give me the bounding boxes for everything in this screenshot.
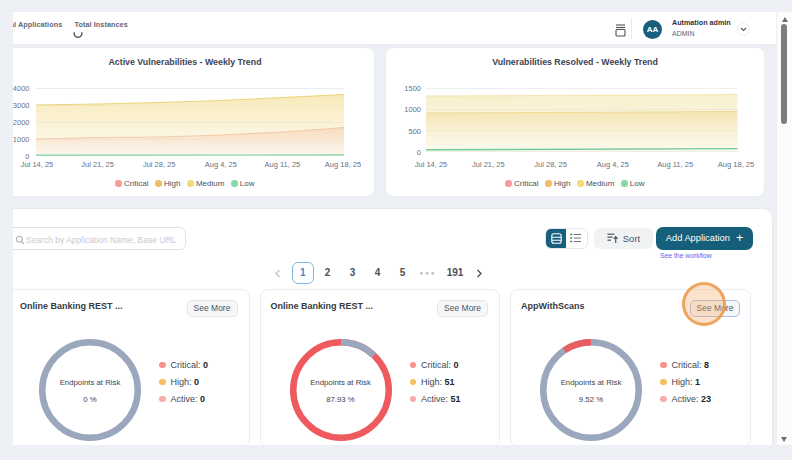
svg-text:Aug 11, 25: Aug 11, 25 <box>657 160 693 169</box>
svg-text:4000: 4000 <box>13 84 30 93</box>
svg-text:Aug 4, 25: Aug 4, 25 <box>205 160 237 169</box>
svg-text:Aug 18, 25: Aug 18, 25 <box>325 160 361 169</box>
svg-text:Jul 14, 25: Jul 14, 25 <box>21 160 54 169</box>
svg-text:Aug 4, 25: Aug 4, 25 <box>597 160 629 169</box>
svg-text:Jul 21, 25: Jul 21, 25 <box>81 160 114 169</box>
svg-text:2000: 2000 <box>13 118 30 127</box>
svg-text:Aug 11, 25: Aug 11, 25 <box>265 160 301 169</box>
svg-text:3000: 3000 <box>13 101 30 110</box>
svg-text:Jul 14, 25: Jul 14, 25 <box>415 160 448 169</box>
svg-text:Jul 28, 25: Jul 28, 25 <box>143 160 176 169</box>
svg-text:0: 0 <box>417 148 421 157</box>
svg-text:1000: 1000 <box>404 105 421 114</box>
svg-text:500: 500 <box>408 127 421 136</box>
svg-text:1500: 1500 <box>404 84 421 93</box>
svg-text:1000: 1000 <box>13 135 30 144</box>
svg-text:Aug 18, 25: Aug 18, 25 <box>718 160 754 169</box>
svg-text:Jul 28, 25: Jul 28, 25 <box>534 160 567 169</box>
svg-text:Jul 21, 25: Jul 21, 25 <box>472 160 505 169</box>
